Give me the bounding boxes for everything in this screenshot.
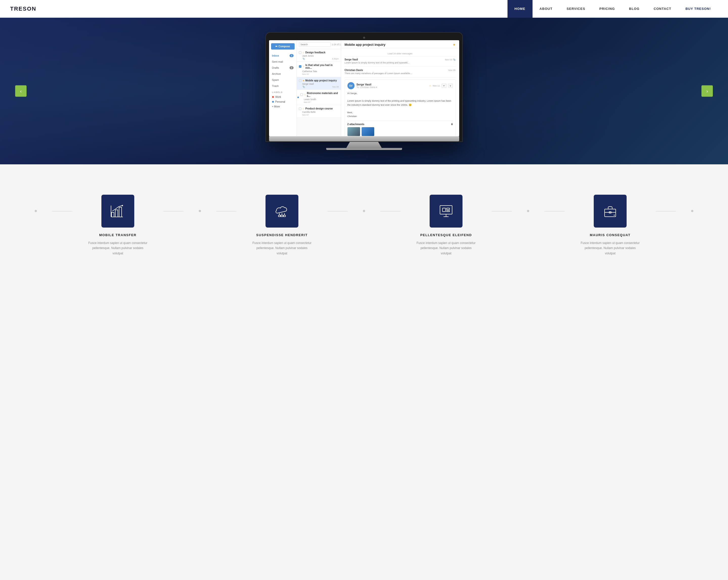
- thread-sender: Christian Davis: [345, 69, 363, 72]
- nav-home[interactable]: HOME: [508, 0, 532, 18]
- more-actions-button[interactable]: ∨: [448, 84, 453, 88]
- email-item[interactable]: ★ Mobile app project inquiry Serge Vasil…: [297, 77, 341, 90]
- email-star[interactable]: ★: [303, 79, 305, 82]
- email-checkbox[interactable]: [299, 79, 302, 82]
- laptop-camera: [363, 37, 365, 39]
- email-checkbox[interactable]: [301, 93, 303, 96]
- load-older-button[interactable]: Load 24 older messages: [345, 51, 456, 57]
- email-item[interactable]: ☆ Design feedback Jack Jones 📎 4:30pm: [297, 49, 341, 62]
- mail-sidebar: ✏ Compose Inbox 3 Sent mail Drafts 2: [269, 40, 297, 136]
- mail-app: ✏ Compose Inbox 3 Sent mail Drafts 2: [269, 40, 459, 136]
- sidebar-more[interactable]: + More: [269, 104, 296, 109]
- search-input[interactable]: [299, 42, 331, 47]
- email-sender: Lewis Smith: [304, 98, 339, 101]
- carousel-prev-button[interactable]: ‹: [15, 85, 27, 97]
- nav-services[interactable]: SERVICES: [560, 0, 593, 18]
- open-email-actions: ☆ Nov 11 ↩ ∨: [429, 84, 453, 88]
- nav-pricing[interactable]: PRICING: [592, 0, 622, 18]
- sidebar-item-spam[interactable]: Spam: [269, 77, 296, 83]
- nav-buy[interactable]: BUY TRESON!: [678, 0, 718, 18]
- feature-line: [544, 211, 565, 211]
- carousel-next-button[interactable]: ›: [701, 85, 713, 97]
- open-email-expanded: SV Serge Vasil To: Christian Davis ▾ ☆ N…: [345, 79, 456, 136]
- laptop-camera-bar: [269, 36, 459, 40]
- download-all-icon[interactable]: ⬇: [451, 123, 453, 126]
- open-sender-name: Serge Vasil: [357, 83, 378, 86]
- open-email-header: SV Serge Vasil To: Christian Davis ▾ ☆ N…: [347, 82, 453, 89]
- thread-item: Christian Davis Nov 05 There are many va…: [345, 69, 456, 75]
- thread-preview: There are many variations of passages of…: [345, 72, 456, 75]
- thread-item: Serge Vasil Nov 03 📎 Lorem Ipsum is simp…: [345, 58, 456, 64]
- sidebar-item-inbox[interactable]: Inbox 3: [269, 53, 296, 59]
- svg-rect-12: [440, 206, 452, 214]
- email-star[interactable]: ☆: [303, 65, 305, 68]
- sidebar-item-trash[interactable]: Trash: [269, 83, 296, 89]
- feature-dot: [527, 210, 529, 212]
- email-subject: Mobile app project inquiry: [306, 79, 339, 82]
- attachments-count: 2 attachments: [347, 123, 364, 126]
- feature-line: [492, 211, 512, 211]
- email-list-header: 1-24 of 112 ‹ ›: [297, 40, 341, 49]
- email-time: Nov 07: [303, 114, 309, 116]
- compose-button[interactable]: ✏ Compose: [271, 43, 294, 50]
- feature-dot: [199, 210, 201, 212]
- open-email-to: To: Christian Davis ▾: [357, 86, 378, 88]
- attachment-thumb-2[interactable]: [362, 127, 374, 136]
- email-item[interactable]: ☆ Product design course Camilla Belle No…: [297, 105, 341, 118]
- nav-contact[interactable]: CONTACT: [647, 0, 678, 18]
- email-subject: Product design course: [306, 107, 339, 110]
- feature-desc-3: Fusce interdum sapien ut quam consectetu…: [416, 240, 476, 256]
- thread-date: Nov 05: [448, 69, 456, 72]
- attachment-thumbnails: [347, 127, 453, 136]
- svg-rect-1: [115, 210, 118, 217]
- feature-icon-box-3: [430, 195, 463, 228]
- feature-item-1: MOBILE TRANSFER Fusce interdum sapien ut…: [87, 195, 148, 256]
- sender-avatar: SV: [347, 82, 355, 89]
- sidebar-item-archive[interactable]: Archive: [269, 71, 296, 77]
- thread-preview: Lorem Ipsum is simply dummy text of the …: [345, 61, 456, 64]
- feature-line: [216, 211, 236, 211]
- email-star[interactable]: ☆: [303, 51, 305, 54]
- email-checkbox[interactable]: ✓: [299, 65, 302, 68]
- email-star[interactable]: ☆: [303, 107, 305, 110]
- sidebar-label-personal[interactable]: Personal: [269, 99, 296, 104]
- inbox-badge: 3: [289, 54, 293, 57]
- nav-about[interactable]: ABOUT: [532, 0, 560, 18]
- signoff-text: Best,: [347, 110, 453, 114]
- svg-rect-0: [111, 212, 114, 217]
- open-email-body: Hi Serge, Lorem Ipsum is simply dummy te…: [347, 91, 453, 118]
- feature-icon-box-2: [265, 195, 298, 228]
- email-item[interactable]: ✓ ☆ Is that what you had in min... Cathe…: [297, 62, 341, 77]
- feature-line: [52, 211, 72, 211]
- sidebar-label-work[interactable]: Work: [269, 95, 296, 99]
- email-subject: Is that what you had in min...: [306, 64, 339, 69]
- feature-line: [328, 211, 348, 211]
- signature-text: Christian: [347, 114, 453, 118]
- features-section: MOBILE TRANSFER Fusce interdum sapien ut…: [0, 164, 728, 276]
- email-checkbox[interactable]: [299, 107, 302, 110]
- open-email-star[interactable]: ★: [452, 43, 456, 47]
- sidebar-item-drafts[interactable]: Drafts 2: [269, 65, 296, 71]
- compose-label: Compose: [279, 45, 290, 48]
- email-time: 4:30pm: [332, 58, 339, 60]
- email-time: Nov 07: [304, 101, 310, 103]
- email-star[interactable]: ☆: [304, 93, 306, 96]
- svg-rect-16: [447, 208, 449, 210]
- reply-button[interactable]: ↩: [442, 84, 447, 88]
- more-label: + More: [272, 105, 280, 108]
- feature-dot: [691, 210, 693, 212]
- email-checkbox[interactable]: [299, 51, 302, 54]
- nav-blog[interactable]: BLOG: [622, 0, 647, 18]
- feature-title-2: SUSPENDISSE HENDRERIT: [256, 233, 308, 237]
- email-item[interactable]: ☆ Bistronome materials and s... Lewis Sm…: [297, 90, 341, 105]
- laptop-foot: [326, 148, 402, 150]
- open-star-icon[interactable]: ☆: [429, 84, 431, 87]
- open-email-date: Nov 11: [433, 84, 440, 87]
- attachment-thumb-1[interactable]: [347, 127, 360, 136]
- work-color-dot: [272, 96, 274, 98]
- sidebar-item-sent[interactable]: Sent mail: [269, 59, 296, 65]
- labels-section-header: LABELS: [269, 89, 296, 95]
- laptop-screen-outer: ✏ Compose Inbox 3 Sent mail Drafts 2: [265, 32, 463, 142]
- feature-dot: [363, 210, 365, 212]
- email-view-header: Mobile app project inquiry ★: [341, 40, 459, 48]
